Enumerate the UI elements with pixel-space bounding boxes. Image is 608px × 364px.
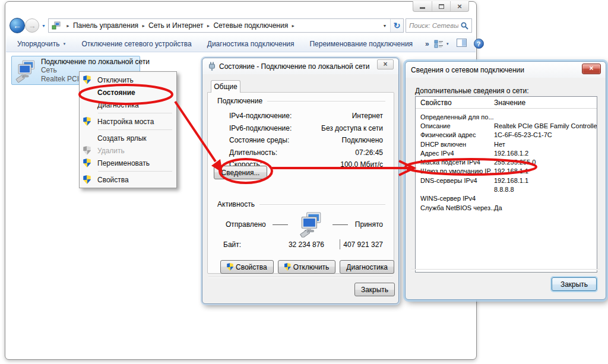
diagnose-button[interactable]: Диагностика bbox=[340, 260, 394, 274]
toolbar-diagnose-connection[interactable]: Диагностика подключения bbox=[200, 40, 302, 48]
bytes-sent-value: 32 234 876 bbox=[245, 240, 324, 249]
overflow-icon: » bbox=[425, 40, 429, 48]
uac-shield-icon bbox=[83, 75, 91, 84]
diagnose-button-label: Диагностика bbox=[346, 263, 388, 271]
menu-item-label: Создать ярлык bbox=[97, 134, 147, 143]
minimize-button[interactable] bbox=[413, 1, 432, 11]
toolbar-disable-device[interactable]: Отключение сетевого устройства bbox=[74, 40, 199, 48]
toolbar-rename-connection[interactable]: Переименование подключения bbox=[302, 40, 420, 48]
help-button[interactable]: ? bbox=[474, 39, 484, 49]
property-value: 100.0 Мбит/с bbox=[340, 160, 383, 169]
group-title: Подключение bbox=[217, 97, 262, 105]
property-value: Подключено bbox=[342, 136, 383, 144]
menu-item-label: Диагностика bbox=[97, 101, 139, 109]
chevron-down-icon: ▼ bbox=[62, 42, 66, 46]
details-row: Служба NetBIOS через...Да bbox=[420, 203, 597, 212]
breadcrumb-network-connections[interactable]: Сетевые подключения bbox=[213, 21, 288, 30]
uac-shield-icon bbox=[83, 117, 91, 126]
dialog-separator bbox=[411, 269, 600, 270]
network-adapter-icon bbox=[14, 58, 37, 83]
preview-pane-button[interactable] bbox=[457, 39, 467, 49]
status-dialog-close-icon-button[interactable]: × bbox=[377, 59, 394, 69]
menu-item-label: Удалить bbox=[97, 147, 125, 155]
menu-separator bbox=[98, 171, 172, 172]
address-bar[interactable]: ► Панель управления ► Сеть и Интернет ► … bbox=[48, 18, 404, 33]
menu-item-label: Состояние bbox=[97, 88, 135, 97]
property-label: Длительность: bbox=[229, 148, 277, 157]
property-value: Без доступа к сети bbox=[321, 124, 383, 132]
details-dialog-titlebar: Сведения о сетевом подключении × bbox=[406, 62, 606, 78]
uac-shield-icon bbox=[83, 175, 91, 184]
refresh-button[interactable]: ↻ bbox=[390, 19, 403, 32]
maximize-button[interactable] bbox=[432, 1, 450, 11]
context-menu: Отключить Состояние Диагностика Настройк… bbox=[79, 71, 177, 188]
back-button[interactable]: ← bbox=[10, 18, 25, 33]
property-label: Состояние среды: bbox=[229, 136, 289, 144]
connection-group-header: Подключение bbox=[217, 97, 385, 105]
bytes-row: Байт: 32 234 876 407 921 327 bbox=[223, 239, 383, 249]
connection-name: Подключение по локальной сети bbox=[41, 58, 137, 67]
toolbar-disable-label: Отключение сетевого устройства bbox=[81, 40, 191, 48]
tab-general[interactable]: Общие bbox=[211, 80, 240, 93]
screenshot-canvas: × ← → ▼ ► Панель управления ► Сеть и Инт… bbox=[0, 0, 608, 364]
toolbar-organize-label: Упорядочить bbox=[17, 40, 59, 48]
property-row: Состояние среды: Подключено bbox=[229, 134, 383, 147]
menu-item-disconnect[interactable]: Отключить bbox=[80, 74, 176, 86]
column-value: Значение bbox=[494, 99, 597, 107]
menu-separator bbox=[98, 129, 172, 130]
property-row: IPv6-подключение: Без доступа к сети bbox=[229, 122, 383, 135]
toolbar-organize[interactable]: Упорядочить ▼ bbox=[10, 40, 74, 48]
uac-shield-icon bbox=[284, 263, 291, 271]
toolbar-rename-label: Переименование подключения bbox=[309, 40, 413, 48]
disable-button[interactable]: Отключить bbox=[278, 260, 336, 274]
search-input[interactable]: Поиск: Сетевы... bbox=[406, 18, 472, 33]
details-dialog-close-icon-button[interactable]: × bbox=[582, 64, 601, 74]
group-divider bbox=[267, 101, 385, 102]
address-history-dropdown[interactable]: ▼ bbox=[379, 19, 390, 32]
chevron-down-icon: ▼ bbox=[446, 42, 449, 46]
status-dialog-close-button[interactable]: Закрыть bbox=[354, 283, 395, 296]
menu-item-status[interactable]: Состояние bbox=[80, 86, 176, 99]
view-options-button[interactable]: ▼ bbox=[434, 40, 449, 48]
menu-item-label: Свойства bbox=[97, 176, 129, 184]
status-dialog: Состояние - Подключение по локальной сет… bbox=[202, 58, 399, 304]
details-row: Адрес IPv4192.168.1.2 bbox=[420, 148, 597, 157]
toolbar-overflow-chevron[interactable]: » bbox=[420, 40, 434, 48]
details-row: ОписаниеRealtek PCIe GBE Family Controll… bbox=[420, 121, 597, 130]
close-window-button[interactable]: × bbox=[450, 1, 468, 11]
location-network-icon bbox=[52, 21, 61, 30]
menu-item-diagnose[interactable]: Диагностика bbox=[80, 99, 176, 111]
menu-item-label: Отключить bbox=[97, 76, 134, 84]
details-dialog-close-button[interactable]: Закрыть bbox=[552, 277, 597, 291]
properties-button[interactable]: Свойства bbox=[220, 260, 274, 274]
uac-shield-icon bbox=[83, 146, 91, 155]
forward-button[interactable]: → bbox=[25, 18, 39, 33]
connection-status-icon bbox=[208, 62, 216, 71]
bytes-label: Байт: bbox=[223, 240, 245, 249]
breadcrumb-control-panel[interactable]: Панель управления bbox=[73, 21, 138, 30]
dialog-separator bbox=[208, 277, 392, 277]
details-list[interactable]: Свойство Значение Определенный для по...… bbox=[415, 96, 597, 273]
details-list-header: Свойство Значение bbox=[416, 97, 597, 109]
details-row: 8.8.8.8 bbox=[420, 185, 597, 194]
status-dialog-buttons: Свойства Отключить Диагностика bbox=[220, 260, 394, 274]
property-label: IPv6-подключение: bbox=[229, 124, 292, 132]
details-row-gateway: Шлюз по умолчанию IP...192.168.1.1 bbox=[420, 167, 597, 176]
recent-pages-dropdown[interactable]: ▼ bbox=[41, 24, 46, 28]
menu-item-rename[interactable]: Переименовать bbox=[80, 157, 176, 169]
menu-item-bridge[interactable]: Настройка моста bbox=[80, 115, 176, 128]
details-row: DNS-серверы IPv4192.168.1.1 bbox=[420, 176, 597, 185]
details-row: DHCP включенНет bbox=[420, 140, 597, 148]
breadcrumb-network-internet[interactable]: Сеть и Интернет bbox=[148, 21, 203, 30]
details-button[interactable]: Сведения... bbox=[214, 166, 267, 179]
group-title: Активность bbox=[217, 200, 255, 208]
property-row: IPv4-подключение: Интернет bbox=[229, 110, 383, 122]
menu-item-properties[interactable]: Свойства bbox=[80, 173, 176, 186]
details-rows: Определенный для по... ОписаниеRealtek P… bbox=[416, 109, 597, 212]
property-row: Длительность: 07:26:45 bbox=[229, 147, 383, 159]
breadcrumb-separator-icon: ► bbox=[138, 24, 148, 28]
minimize-icon bbox=[420, 7, 425, 9]
dialog-title: Сведения о сетевом подключении bbox=[411, 66, 524, 74]
menu-item-create-shortcut[interactable]: Создать ярлык bbox=[80, 132, 176, 144]
back-icon: ← bbox=[13, 21, 21, 30]
